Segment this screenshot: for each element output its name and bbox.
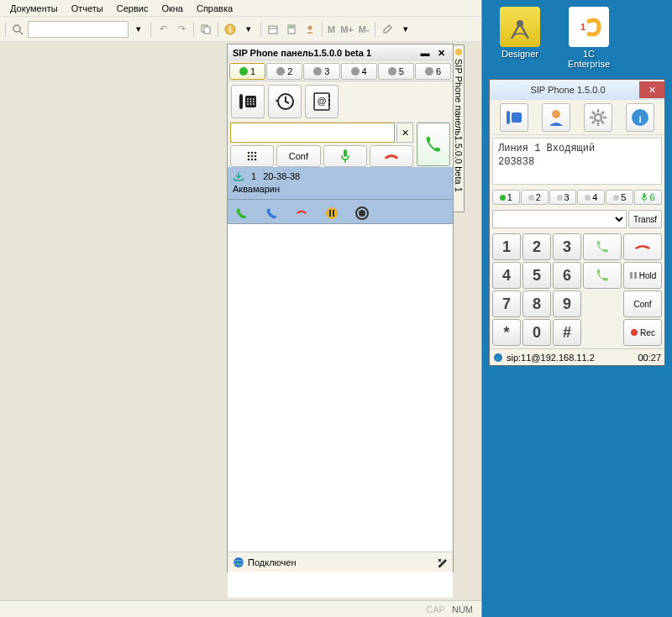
call-button[interactable] <box>417 123 450 166</box>
sip-line-4[interactable]: 4 <box>577 190 605 205</box>
calculator-icon[interactable] <box>283 21 300 38</box>
key-4[interactable]: 4 <box>492 262 521 289</box>
search-icon[interactable] <box>9 21 26 38</box>
line-4-button[interactable]: 4 <box>341 63 377 80</box>
chevron-down-icon[interactable]: ▾ <box>130 21 147 38</box>
record-icon[interactable] <box>355 207 369 220</box>
menu-service[interactable]: Сервис <box>110 2 155 15</box>
dropdown-icon[interactable]: ▾ <box>397 21 414 38</box>
sip-line-5[interactable]: 5 <box>606 190 633 205</box>
line-2-button[interactable]: 2 <box>266 63 302 80</box>
pause-icon[interactable] <box>325 207 339 220</box>
menu-windows[interactable]: Окна <box>155 2 190 15</box>
redo-icon[interactable]: ↷ <box>173 21 190 38</box>
active-call-item[interactable]: 1 20-38-38 Аквамарин <box>228 167 453 200</box>
info-icon[interactable]: i <box>222 21 239 38</box>
close-button[interactable]: ✕ <box>639 81 664 98</box>
panel-lines-bar: 1 2 3 4 5 6 <box>228 61 453 81</box>
mic-button[interactable] <box>323 145 367 167</box>
svg-rect-63 <box>634 272 637 279</box>
sip-call-duration: 00:27 <box>638 353 661 363</box>
sip-mic-button[interactable]: 6 <box>634 190 662 205</box>
key-0[interactable]: 0 <box>522 319 551 346</box>
phone-tab-button[interactable] <box>231 85 265 118</box>
sip-call2-button[interactable] <box>583 262 622 289</box>
key-8[interactable]: 8 <box>522 290 551 317</box>
enterprise-shortcut[interactable]: 1 1C Enterprise <box>563 7 615 69</box>
svg-rect-60 <box>643 193 646 198</box>
sip-conf-button[interactable]: Conf <box>623 290 662 317</box>
sip-number-select[interactable] <box>492 210 627 228</box>
close-icon[interactable]: ✕ <box>434 47 448 59</box>
panel-titlebar[interactable]: SIP Phone панель1.5.0.0 beta 1 ▬ ✕ <box>228 44 453 61</box>
contacts-tab-button[interactable]: @ <box>305 85 339 118</box>
dial-number-input[interactable] <box>230 123 395 143</box>
menu-help[interactable]: Справка <box>190 2 239 15</box>
minimize-icon[interactable]: ▬ <box>418 47 432 59</box>
svg-text:i: i <box>638 114 641 124</box>
sip-call-button[interactable] <box>583 233 622 260</box>
memory-mminus-button[interactable]: M- <box>357 24 371 34</box>
sip-info-tab[interactable]: i <box>626 103 654 132</box>
svg-point-43 <box>234 557 244 567</box>
svg-point-17 <box>253 101 255 102</box>
sip-line-3[interactable]: 3 <box>549 190 577 205</box>
sip-rec-button[interactable]: Rec <box>623 319 662 346</box>
toolbar-search-input[interactable] <box>28 21 129 38</box>
undo-icon[interactable]: ↶ <box>155 21 171 38</box>
svg-rect-9 <box>289 26 294 29</box>
dropdown-icon[interactable]: ▾ <box>240 21 257 38</box>
key-9[interactable]: 9 <box>553 290 581 317</box>
record-dot-icon <box>630 328 638 337</box>
sip-hangup-button[interactable] <box>623 233 662 260</box>
globe-icon <box>493 353 503 363</box>
memory-m-button[interactable]: M <box>326 24 337 34</box>
wrench-icon[interactable] <box>379 21 396 38</box>
sip-line-1[interactable]: 1 <box>492 190 520 205</box>
key-1[interactable]: 1 <box>492 233 521 260</box>
line-1-button[interactable]: 1 <box>229 63 265 80</box>
sip-settings-tab[interactable] <box>584 103 612 132</box>
sip-phone-tab[interactable] <box>500 103 528 132</box>
user-icon[interactable] <box>302 21 318 38</box>
key-6[interactable]: 6 <box>553 262 581 289</box>
reject-icon[interactable] <box>295 207 308 220</box>
key-3[interactable]: 3 <box>553 233 581 260</box>
svg-rect-26 <box>328 103 330 106</box>
sip-transfer-button[interactable]: Transf <box>628 210 662 228</box>
key-star[interactable]: * <box>492 319 521 346</box>
sip-line-2[interactable]: 2 <box>521 190 549 205</box>
clear-input-button[interactable]: ✕ <box>396 123 413 143</box>
menu-documents[interactable]: Документы <box>3 2 65 15</box>
history-tab-button[interactable] <box>268 85 302 118</box>
dialpad-button[interactable] <box>230 145 274 167</box>
hangup-button[interactable] <box>370 145 413 167</box>
memory-mplus-button[interactable]: M+ <box>339 24 355 34</box>
answer-icon[interactable] <box>234 207 248 220</box>
svg-point-15 <box>247 101 249 102</box>
sip-hold-button[interactable]: Hold <box>623 262 662 289</box>
line-3-button[interactable]: 3 <box>303 63 339 80</box>
panel-side-tab[interactable]: SIP Phone панель1.5.0.0 beta 1 <box>453 44 465 212</box>
line-6-button[interactable]: 6 <box>415 63 451 80</box>
conf-button[interactable]: Conf <box>276 145 320 167</box>
sip-titlebar[interactable]: SIP Phone 1.5.0.0 ✕ <box>490 80 664 100</box>
calendar-icon[interactable] <box>265 21 281 38</box>
svg-point-13 <box>250 98 252 100</box>
svg-rect-24 <box>328 95 330 97</box>
sip-contacts-tab[interactable] <box>542 103 570 132</box>
copy-icon[interactable] <box>197 21 214 38</box>
key-7[interactable]: 7 <box>492 290 521 317</box>
sip-line-status: Линия 1 Входящий <box>498 142 656 155</box>
key-hash[interactable]: # <box>553 319 581 346</box>
transfer-icon[interactable] <box>265 207 278 220</box>
svg-point-34 <box>251 159 254 161</box>
settings-icon[interactable] <box>436 557 448 568</box>
designer-shortcut[interactable]: Designer <box>494 7 546 69</box>
key-2[interactable]: 2 <box>522 233 551 260</box>
svg-rect-62 <box>630 272 633 279</box>
menu-reports[interactable]: Отчеты <box>65 2 110 15</box>
line-5-button[interactable]: 5 <box>378 63 414 80</box>
key-5[interactable]: 5 <box>522 262 551 289</box>
svg-line-56 <box>592 121 595 123</box>
